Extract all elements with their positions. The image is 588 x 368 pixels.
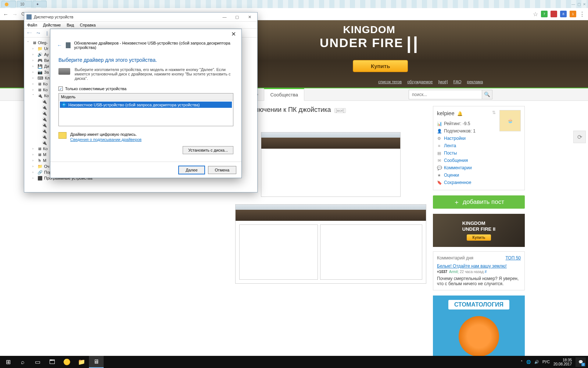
mail-icon: ✉ <box>437 158 441 163</box>
search-icon[interactable]: ⌕ <box>15 356 30 368</box>
wizard-subtitle: Выберите драйвер для этого устройства. <box>50 53 241 65</box>
link[interactable]: Сохраненное <box>444 180 471 185</box>
close-icon[interactable]: ✕ <box>227 30 240 38</box>
back-icon[interactable]: ← <box>57 42 62 48</box>
install-from-disk-button[interactable]: Установить с диска... <box>183 146 233 154</box>
link[interactable]: Посты <box>444 151 457 156</box>
link[interactable]: Лента <box>444 143 456 148</box>
menu-icon[interactable]: ⋮ <box>579 11 585 18</box>
wizard-instruction: Выберите изготовителя устройства, его мо… <box>50 65 241 85</box>
maximize-icon[interactable]: ▢ <box>232 14 243 20</box>
taskbar-app[interactable]: 🗔 <box>45 356 60 368</box>
user-icon: 👤 <box>437 129 441 134</box>
star-icon[interactable]: ☆ <box>533 11 538 18</box>
signature-text: Драйвер имеет цифровую подпись. <box>70 132 141 137</box>
link[interactable]: FAQ <box>453 79 462 84</box>
taskbar: ⊞ ⌕ ▭ 🗔 🟡 📁 🖥 ˄ 🌐 🔊 РУС 18:3520.08.2017 … <box>0 356 588 368</box>
embedded-screenshot <box>261 132 401 197</box>
avatar[interactable]: 🧁 <box>499 110 521 131</box>
taskbar-devmgr[interactable]: 🖥 <box>89 356 104 368</box>
link[interactable]: Оценки <box>444 173 459 178</box>
tray-chevron-icon[interactable]: ˄ <box>521 360 523 364</box>
back-icon[interactable]: ← <box>3 11 8 17</box>
reorder-icon[interactable]: ⇅ <box>492 110 496 115</box>
ext-icon[interactable] <box>551 11 557 17</box>
window-min-icon[interactable]: — <box>571 2 575 6</box>
link[interactable]: [моё] <box>438 79 448 84</box>
link[interactable]: Белые! Отдайте нам вашу землю! <box>437 263 507 269</box>
buy-button[interactable]: Купить <box>353 60 408 72</box>
tab-communities[interactable]: Сообщества <box>264 88 304 101</box>
cancel-button[interactable]: Отмена <box>208 166 236 174</box>
star-icon: ★ <box>437 173 441 178</box>
search-input[interactable] <box>409 90 482 99</box>
browser-tab[interactable] <box>1 1 16 7</box>
menu-item[interactable]: Действие <box>43 23 61 27</box>
wizard-title: Обновление драйверов - Неизвестное USB-у… <box>74 41 235 50</box>
link[interactable]: список тегов <box>378 79 402 84</box>
ext-icon[interactable]: 8 <box>560 11 567 17</box>
link[interactable]: ТОП 50 <box>506 255 521 261</box>
window-max-icon[interactable]: ▢ <box>577 2 581 6</box>
plus-icon: ＋ <box>453 198 460 206</box>
banner-logo: KINGDOM UNDER FIREII <box>320 24 419 54</box>
gear-icon: ⚙ <box>437 136 441 141</box>
compat-checkbox[interactable]: ✓ <box>58 86 63 91</box>
refresh-icon[interactable]: ⟳ <box>573 131 586 143</box>
add-post-button[interactable]: ＋добавить пост <box>433 195 525 209</box>
doc-icon: ▤ <box>437 151 441 156</box>
embedded-screenshot <box>235 204 426 284</box>
username[interactable]: kelpiee <box>437 110 455 116</box>
clock[interactable]: 18:3520.08.2017 <box>553 358 572 366</box>
disk-icon <box>58 68 70 75</box>
sidebar: kelpiee 🔔 ⇅ 🧁 📊Рейтинг: -9.5 👤Подписчико… <box>433 106 525 368</box>
back-icon[interactable]: ⬸ <box>26 30 33 36</box>
menu-item[interactable]: Вид <box>67 23 74 27</box>
browser-tab-strip: 10 ✦ — ▢ ✕ <box>0 0 588 8</box>
forward-icon[interactable]: ⤳ <box>35 30 42 36</box>
link[interactable]: Сообщения <box>444 158 468 163</box>
link[interactable]: реклама <box>467 79 483 84</box>
tray-network-icon[interactable]: 🌐 <box>526 360 531 364</box>
signature-link[interactable]: Сведения о подписывании драйверов <box>70 137 141 142</box>
browser-tab[interactable]: 10 <box>17 1 32 7</box>
bell-icon[interactable]: 🔔 <box>457 111 463 116</box>
menu-item[interactable]: Справка <box>80 23 96 27</box>
device-icon: 💠 <box>61 102 67 107</box>
forward-icon: → <box>12 11 18 17</box>
menu-item[interactable]: Файл <box>27 23 37 27</box>
driver-wizard-dialog: ✕ ← Обновление драйверов - Неизвестное U… <box>50 29 242 178</box>
action-center-icon[interactable]: 💬2 <box>576 357 586 367</box>
taskbar-chrome[interactable]: 🟡 <box>60 356 74 368</box>
ext-icon[interactable]: 1 <box>570 11 576 17</box>
link[interactable]: Комментарии <box>444 165 472 170</box>
bookmark-icon: 🔖 <box>437 180 441 185</box>
link[interactable]: Настройки <box>444 136 466 141</box>
list-item-selected[interactable]: 💠 Неизвестное USB-устройство (сбой запро… <box>60 102 232 108</box>
taskview-icon[interactable]: ▭ <box>30 356 45 368</box>
device-icon <box>66 42 71 48</box>
tray-volume-icon[interactable]: 🔊 <box>534 360 539 364</box>
link[interactable]: обсуждаемое <box>407 79 433 84</box>
chart-icon: 📊 <box>437 121 441 126</box>
column-header[interactable]: Модель <box>59 93 233 100</box>
list-icon: ≡ <box>437 144 441 148</box>
window-close-icon[interactable]: ✕ <box>583 2 586 6</box>
comment-of-day: Комментарий дняТОП 50 Белые! Отдайте нам… <box>433 251 525 290</box>
titlebar[interactable]: Диспетчер устройств — ▢ ✕ <box>24 13 257 21</box>
browser-tab[interactable]: ✦ <box>33 1 47 7</box>
close-icon[interactable]: ✕ <box>244 14 255 20</box>
start-button[interactable]: ⊞ <box>1 356 15 368</box>
user-box: kelpiee 🔔 ⇅ 🧁 📊Рейтинг: -9.5 👤Подписчико… <box>433 106 525 190</box>
tray-lang[interactable]: РУС <box>542 360 550 364</box>
next-button[interactable]: Далее <box>178 166 205 174</box>
search-button[interactable]: 🔍 <box>482 90 492 99</box>
menu-bar: Файл Действие Вид Справка <box>24 21 257 29</box>
checkbox-label: Только совместимые устройства <box>65 86 126 91</box>
banner-links: список тегов обсуждаемое [моё] FAQ рекла… <box>376 79 485 84</box>
model-list: Модель 💠 Неизвестное USB-устройство (сбо… <box>58 93 233 126</box>
sidebar-ad[interactable]: KINGDOMUNDER FIRE II Купить <box>433 214 525 247</box>
taskbar-explorer[interactable]: 📁 <box>74 356 89 368</box>
minimize-icon[interactable]: — <box>219 14 230 20</box>
ext-icon[interactable]: 7 <box>541 11 548 17</box>
